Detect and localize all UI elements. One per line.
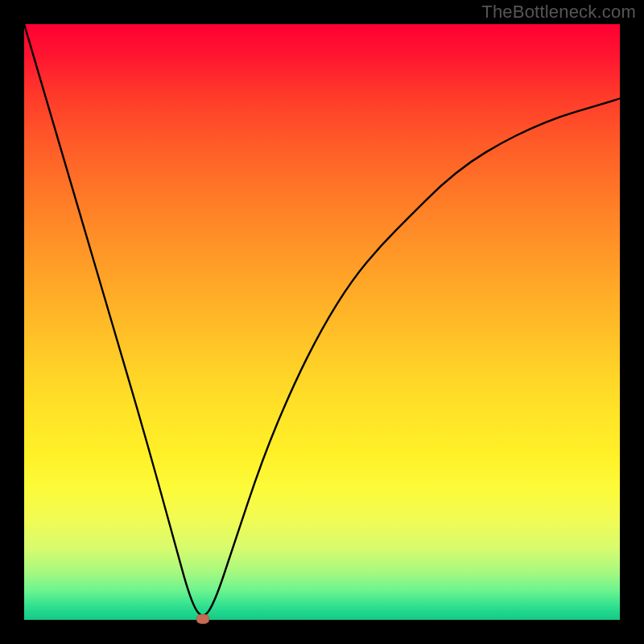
curve-path [24,24,620,615]
bottleneck-curve [24,24,620,620]
chart-root: TheBottleneck.com [0,0,644,644]
plot-frame [24,24,620,620]
watermark-text: TheBottleneck.com [481,2,636,23]
optimal-point-marker [196,614,209,624]
